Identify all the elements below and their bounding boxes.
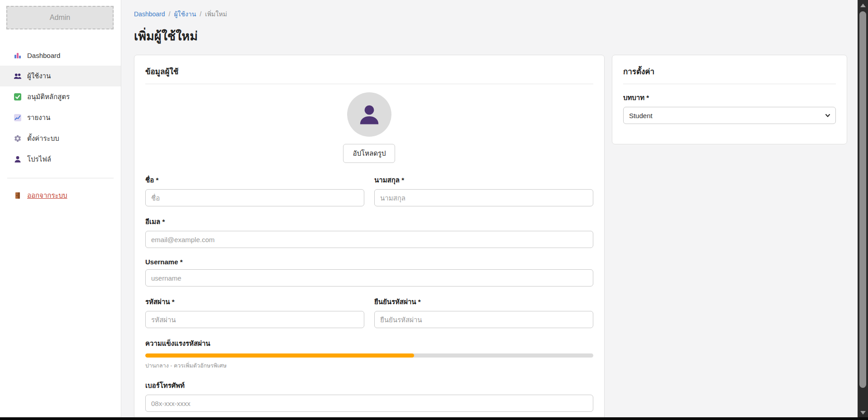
name-row: ชื่อ * นามสกุล *	[145, 175, 593, 216]
role-select[interactable]: Student	[623, 107, 836, 124]
breadcrumb-separator: /	[169, 10, 171, 18]
sidebar-item-users[interactable]: ผู้ใช้งาน	[0, 66, 121, 86]
email-label: อีเมล *	[145, 216, 593, 227]
role-label: บทบาท *	[623, 92, 836, 103]
role-field-group: บทบาท * Student	[623, 92, 836, 124]
required-mark: *	[418, 298, 421, 305]
email-input[interactable]	[145, 231, 593, 248]
username-field-group: Username *	[145, 258, 593, 286]
vertical-scrollbar[interactable]	[858, 0, 868, 420]
password-strength-hint: ปานกลาง - ควรเพิ่มตัวอักษรพิเศษ	[145, 361, 593, 370]
required-mark: *	[156, 176, 158, 184]
last-name-label: นามสกุล *	[374, 175, 593, 186]
logout-button[interactable]: ออกจากระบบ	[0, 186, 121, 205]
user-info-card-title: ข้อมูลผู้ใช้	[145, 65, 593, 77]
sidebar-item-label: รายงาน	[27, 112, 50, 123]
sidebar-item-label: Dashboard	[27, 52, 60, 59]
last-name-field-group: นามสกุล *	[374, 175, 593, 206]
sidebar-item-dashboard[interactable]: Dashboard	[0, 45, 121, 66]
sidebar-item-label: ตั้งค่าระบบ	[27, 133, 59, 144]
page-title: เพิ่มผู้ใช้ใหม่	[134, 26, 847, 46]
password-strength-fill	[145, 353, 414, 358]
brand-label: Admin	[50, 14, 70, 22]
sidebar: Admin Dashboard ผู้ใช้งาน อนุมัติหลักสูต…	[0, 0, 121, 420]
check-icon	[14, 93, 22, 101]
first-name-input[interactable]	[145, 189, 364, 206]
users-icon	[14, 72, 22, 80]
username-label: Username *	[145, 258, 593, 266]
bottom-edge-bar	[0, 417, 868, 420]
chevron-down-icon	[825, 112, 831, 119]
avatar	[347, 92, 391, 137]
line-chart-icon	[14, 114, 22, 122]
bar-chart-icon	[14, 51, 22, 59]
required-mark: *	[162, 218, 165, 225]
card-divider	[145, 84, 593, 84]
logout-label: ออกจากระบบ	[27, 190, 67, 201]
sidebar-item-label: ผู้ใช้งาน	[27, 71, 51, 81]
password-strength-track	[145, 353, 593, 358]
breadcrumb-separator: /	[200, 10, 201, 18]
required-mark: *	[180, 258, 183, 266]
person-icon	[14, 155, 22, 163]
required-mark: *	[646, 94, 649, 101]
sidebar-item-approve-courses[interactable]: อนุมัติหลักสูตร	[0, 86, 121, 107]
triangle-down-icon	[860, 411, 866, 415]
role-selected-value: Student	[629, 112, 653, 119]
scrollbar-thumb[interactable]	[859, 11, 866, 388]
breadcrumb-link-users[interactable]: ผู้ใช้งาน	[174, 9, 196, 19]
brand-logo: Admin	[6, 6, 114, 29]
sidebar-item-reports[interactable]: รายงาน	[0, 107, 121, 128]
sidebar-item-profile[interactable]: โปรไฟล์	[0, 149, 121, 170]
settings-card-title: การตั้งค่า	[623, 65, 836, 77]
password-field-group: รหัสผ่าน *	[145, 296, 364, 328]
sidebar-item-settings[interactable]: ตั้งค่าระบบ	[0, 128, 121, 149]
upload-photo-button[interactable]: อัปโหลดรูป	[343, 144, 395, 163]
phone-label: เบอร์โทรศัพท์	[145, 380, 593, 391]
last-name-input[interactable]	[374, 189, 593, 206]
password-input[interactable]	[145, 311, 364, 328]
user-info-card: ข้อมูลผู้ใช้ อัปโหลดรูป ชื่อ * นามสกุล *	[134, 55, 605, 420]
password-label: รหัสผ่าน *	[145, 296, 364, 307]
content-row: ข้อมูลผู้ใช้ อัปโหลดรูป ชื่อ * นามสกุล *	[134, 55, 847, 420]
settings-card: การตั้งค่า บทบาท * Student	[612, 55, 847, 144]
door-icon	[14, 191, 22, 200]
username-input[interactable]	[145, 269, 593, 286]
scrollbar-down-button[interactable]	[858, 408, 868, 417]
password-strength-block: ความแข็งแรงรหัสผ่าน ปานกลาง - ควรเพิ่มตั…	[145, 338, 593, 370]
required-mark: *	[401, 176, 404, 184]
confirm-password-label: ยืนยันรหัสผ่าน *	[374, 296, 593, 307]
confirm-password-field-group: ยืนยันรหัสผ่าน *	[374, 296, 593, 328]
required-mark: *	[172, 298, 175, 305]
password-strength-label: ความแข็งแรงรหัสผ่าน	[145, 338, 593, 349]
email-field-group: อีเมล *	[145, 216, 593, 248]
phone-input[interactable]	[145, 395, 593, 412]
main-content: Dashboard / ผู้ใช้งาน / เพิ่มใหม่ เพิ่มผ…	[121, 0, 868, 420]
breadcrumb-current: เพิ่มใหม่	[205, 9, 227, 19]
first-name-field-group: ชื่อ *	[145, 175, 364, 206]
password-row: รหัสผ่าน * ยืนยันรหัสผ่าน *	[145, 296, 593, 338]
app-window: Admin Dashboard ผู้ใช้งาน อนุมัติหลักสูต…	[0, 0, 868, 420]
confirm-password-input[interactable]	[374, 311, 593, 328]
triangle-up-icon	[860, 4, 866, 7]
breadcrumb-link-dashboard[interactable]: Dashboard	[134, 10, 165, 18]
scrollbar-up-button[interactable]	[858, 1, 868, 10]
phone-field-group: เบอร์โทรศัพท์	[145, 380, 593, 412]
sidebar-item-label: อนุมัติหลักสูตร	[27, 91, 70, 102]
first-name-label: ชื่อ *	[145, 175, 364, 186]
sidebar-item-label: โปรไฟล์	[27, 154, 51, 165]
sidebar-divider	[7, 178, 114, 178]
avatar-block: อัปโหลดรูป	[145, 92, 593, 163]
gear-icon	[14, 134, 22, 143]
card-divider	[623, 84, 836, 84]
person-silhouette-icon	[358, 103, 381, 126]
breadcrumb: Dashboard / ผู้ใช้งาน / เพิ่มใหม่	[134, 9, 847, 19]
